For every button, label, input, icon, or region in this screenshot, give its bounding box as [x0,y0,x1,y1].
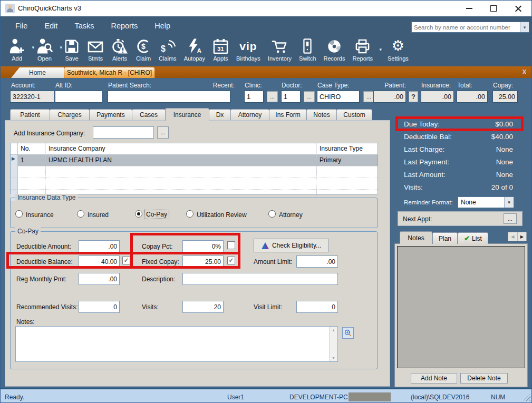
tab-custom[interactable]: Custom [336,109,372,120]
toolbar-open-button[interactable]: Open ▾ [32,37,60,62]
visit-limit-field[interactable] [296,301,338,313]
grid-col-company: Insurance Company [46,143,317,155]
insurance-grid[interactable]: No. Insurance Company Insurance Type ▶ 1… [10,143,378,194]
table-row[interactable]: ▶ 1 UPMC HEALTH PLAN Primary [11,155,378,166]
total-label: Total: [457,82,472,89]
radio-attorney[interactable] [268,210,276,218]
patient-search-field[interactable] [108,91,230,103]
tab-side-notes[interactable]: Notes [400,231,432,244]
toolbar-label: Claims [159,55,177,62]
toolbar-claim-button[interactable]: $ Claim [132,37,155,62]
add-insurance-browse-button[interactable]: ... [157,126,169,139]
radio-insurance[interactable] [15,210,23,218]
casetype-field[interactable] [317,91,360,103]
radio-co-pay[interactable] [135,210,142,218]
tab-insurance[interactable]: Insurance [165,108,209,121]
close-button[interactable] [507,1,528,16]
toolbar-appts-button[interactable]: 31 Appts [209,37,233,62]
radio-insurance-label[interactable]: Insurance [26,211,54,219]
clinic-field[interactable] [244,91,264,103]
chevron-down-icon[interactable]: ▾ [504,197,514,208]
status-redacted-box [349,392,391,401]
tab-cases[interactable]: Cases [132,109,166,120]
scroll-left-icon[interactable]: ◀ [508,232,518,241]
toolbar-claims-button[interactable]: $ Claims [155,37,180,62]
toolbar-reports-button[interactable]: Reports ▾ [349,37,380,62]
toolbar-add-button[interactable]: Add ▾ [5,37,32,62]
menu-help[interactable]: Help [147,18,178,33]
toolbar-alerts-button[interactable]: Alerts [108,37,132,62]
search-input[interactable] [412,22,520,32]
toolbar-autopay-button[interactable]: A Autopay [180,37,209,62]
doctor-field[interactable] [281,91,301,103]
toolbar-stmts-button[interactable]: Stmts [83,37,108,62]
menu-edit[interactable]: Edit [37,18,65,33]
doc-tab-close-button[interactable]: X [520,68,528,76]
tab-notes[interactable]: Notes [306,109,337,120]
toolbar-save-button[interactable]: Save [60,37,83,62]
minimize-button[interactable] [459,1,480,16]
notes-zoom-button[interactable] [342,327,354,339]
reminder-format-label: Reminder Format: [404,199,453,205]
notes-list-area[interactable] [397,246,525,368]
radio-attorney-label[interactable]: Attorney [279,211,303,219]
description-field[interactable] [182,273,338,285]
menu-reports[interactable]: Reports [103,18,145,33]
radio-utilization-review[interactable] [186,210,194,218]
toolbar-label: Claim [136,55,151,62]
doctor-browse-button[interactable]: ... [304,91,315,102]
altid-field[interactable] [55,91,102,103]
radio-insured[interactable] [77,210,84,218]
tab-scroll-buttons[interactable]: ◀ ▶ [508,232,527,241]
add-insurance-field[interactable] [93,126,154,139]
menu-tasks[interactable]: Tasks [67,18,101,33]
toolbar-settings-button[interactable]: ⚙ Settings [384,37,412,62]
deductible-amount-field[interactable] [79,240,120,252]
resize-grip[interactable] [523,394,530,401]
delete-note-button[interactable]: Delete Note [460,373,508,384]
recommended-visits-field[interactable] [79,301,120,313]
tab-attorney[interactable]: Attorney [230,109,269,120]
scroll-up-icon[interactable]: ▲ [332,328,335,332]
add-note-button[interactable]: Add Note [411,373,457,384]
scroll-down-icon[interactable]: ▼ [332,356,335,360]
maximize-button[interactable] [483,1,504,16]
amount-limit-field[interactable] [296,255,338,268]
summary-row: Deductible Bal: $40.00 [404,130,513,143]
reg-monthly-field[interactable] [79,273,120,285]
toolbar-label: Switch [299,55,316,62]
total-field [457,91,488,103]
account-bar: Account: Alt ID: Patient Search: Recent:… [1,78,531,109]
radio-co-pay-label[interactable]: Co-Pay [144,210,169,219]
table-row[interactable] [11,178,378,190]
tab-dx[interactable]: Dx [209,109,231,120]
tab-side-plan[interactable]: Plan [432,232,458,244]
toolbar-inventory-button[interactable]: Inventory [264,37,295,62]
next-appt-browse-button[interactable]: ... [504,213,517,224]
visits-field[interactable] [182,301,224,313]
notes-scrollbar[interactable]: ▲ ▼ [329,327,337,361]
reminder-format-dropdown[interactable]: None ▾ [458,196,514,208]
balance-help-button[interactable]: ? [409,91,418,102]
notes-textarea[interactable]: ▲ ▼ [15,326,338,362]
menu-file[interactable]: File [8,18,35,33]
toolbar-records-button[interactable]: Records [320,37,349,62]
search-dropdown-button[interactable]: ▾ [520,22,529,32]
scroll-right-icon[interactable]: ▶ [518,232,527,241]
tab-payments[interactable]: Payments [89,109,132,120]
casetype-browse-button[interactable]: ... [363,91,374,102]
toolbar-birthdays-button[interactable]: vip Birthdays [233,37,264,62]
tab-home[interactable]: Home [11,67,64,78]
tab-patient[interactable]: Patient [10,109,50,120]
table-row[interactable] [11,166,378,178]
clinic-browse-button[interactable]: ... [267,91,278,102]
tab-patient-active[interactable]: Southwick, Micah R - [CHIRO] [64,67,155,78]
check-eligibility-button[interactable]: Check Eligibility... [254,239,329,252]
radio-utilization-review-label[interactable]: Utilization Review [197,211,247,219]
tab-ins-form[interactable]: Ins Form [269,109,307,120]
tab-side-list[interactable]: ✔ List [458,232,488,244]
tab-charges[interactable]: Charges [50,109,90,120]
grid-col-no: No. [18,143,46,155]
toolbar-switch-button[interactable]: Switch [295,37,320,62]
radio-insured-label[interactable]: Insured [88,211,109,219]
